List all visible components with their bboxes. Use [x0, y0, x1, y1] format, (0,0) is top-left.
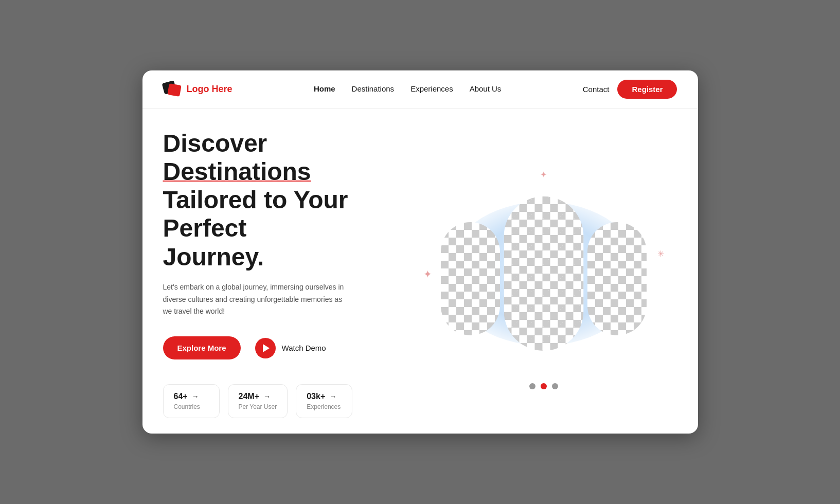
image-card-center	[504, 196, 583, 351]
logo-icon	[163, 82, 182, 96]
nav-links: Home Destinations Experiences About Us	[314, 84, 501, 94]
nav-link-home[interactable]: Home	[314, 84, 335, 93]
image-card-right	[587, 222, 647, 335]
nav-link-experiences[interactable]: Experiences	[410, 84, 453, 93]
stat-arrow-experiences: →	[329, 392, 336, 401]
stat-arrow-users: →	[263, 392, 271, 401]
browser-window: Logo Here Home Destinations Experiences …	[142, 70, 698, 434]
carousel-dot-1[interactable]	[529, 383, 535, 389]
nav-item-experiences[interactable]: Experiences	[410, 84, 453, 94]
image-card-left	[441, 222, 500, 335]
cta-buttons: Explore More Watch Demo	[163, 336, 400, 359]
logo-text: Logo Here	[187, 84, 233, 95]
stat-top-experiences: 03k+ →	[307, 392, 342, 401]
carousel-dot-3[interactable]	[552, 383, 558, 389]
hero-description: Let's embark on a global journey, immers…	[163, 281, 348, 318]
nav-link-about[interactable]: About Us	[470, 84, 502, 93]
stat-label-users: Per Year User	[239, 403, 277, 410]
logo-card-front	[167, 83, 181, 97]
stats-row: 64+ → Countries 24M+ → Per Year User 03k…	[163, 384, 400, 418]
hero-title-underline: Destinations	[163, 158, 311, 185]
hero-title-part2: Tailored to Your PerfectJourney.	[163, 186, 348, 270]
register-button[interactable]: Register	[617, 80, 677, 99]
navbar: Logo Here Home Destinations Experiences …	[142, 70, 698, 109]
logo-area: Logo Here	[163, 82, 233, 96]
logo-bold: Logo	[187, 84, 209, 94]
left-side: Discover Destinations Tailored to Your P…	[163, 129, 410, 418]
play-icon	[263, 344, 270, 352]
nav-link-destinations[interactable]: Destinations	[352, 84, 395, 93]
stat-number-countries: 64+	[174, 392, 188, 401]
stat-arrow-countries: →	[192, 392, 199, 401]
sparkle-left-icon: ✦	[423, 269, 432, 279]
stat-top-countries: 64+ →	[174, 392, 209, 401]
image-cards-container	[433, 171, 654, 376]
right-side: ✦ ✦ ✳	[410, 155, 677, 392]
stat-card-experiences: 03k+ → Experiences	[296, 384, 352, 418]
explore-more-button[interactable]: Explore More	[163, 336, 241, 359]
hero-title: Discover Destinations Tailored to Your P…	[163, 129, 400, 271]
sparkle-right-icon: ✳	[657, 250, 664, 258]
stat-card-users: 24M+ → Per Year User	[228, 384, 288, 418]
carousel-dots	[529, 383, 558, 389]
stat-label-countries: Countries	[174, 403, 209, 410]
stat-number-users: 24M+	[239, 392, 259, 401]
nav-item-destinations[interactable]: Destinations	[352, 84, 395, 94]
nav-right: Contact Register	[583, 80, 677, 99]
watch-demo-button[interactable]: Watch Demo	[255, 338, 326, 358]
logo-normal: Here	[209, 84, 232, 94]
play-button-circle	[255, 338, 276, 358]
contact-link[interactable]: Contact	[583, 85, 610, 94]
main-content: Discover Destinations Tailored to Your P…	[142, 109, 698, 434]
hero-title-part1: Discover	[163, 130, 267, 157]
stat-label-experiences: Experiences	[307, 403, 342, 410]
stat-top-users: 24M+ →	[239, 392, 277, 401]
stat-number-experiences: 03k+	[307, 392, 325, 401]
nav-item-about[interactable]: About Us	[470, 84, 502, 94]
watch-demo-label: Watch Demo	[282, 344, 326, 352]
carousel-dot-2[interactable]	[541, 383, 547, 389]
nav-item-home[interactable]: Home	[314, 84, 335, 94]
stat-card-countries: 64+ → Countries	[163, 384, 220, 418]
